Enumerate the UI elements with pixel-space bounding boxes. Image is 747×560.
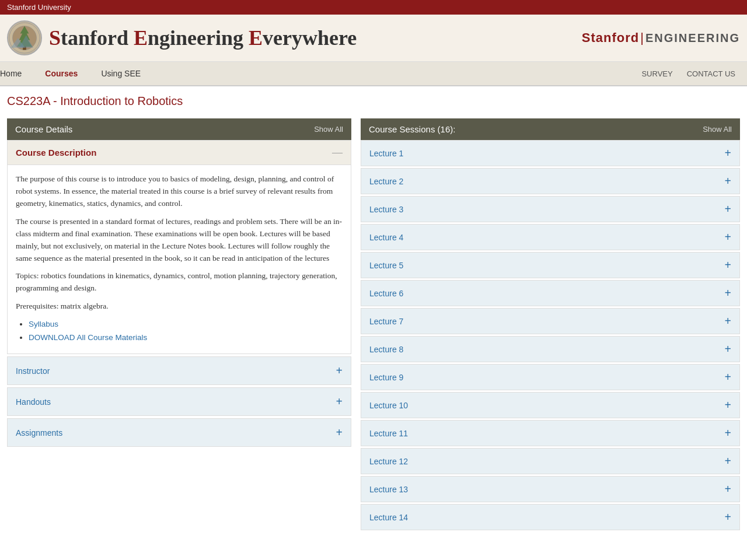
left-col: Course Details Show All Course Descripti… (7, 118, 351, 449)
two-col-layout: Course Details Show All Course Descripti… (7, 118, 740, 532)
lecture-3-expand-icon: + (725, 202, 731, 216)
nav-right: SURVEY CONTACT US (639, 62, 747, 85)
lecture-8-expand-icon: + (725, 342, 731, 356)
lecture-10-expand-icon: + (725, 398, 731, 412)
lecture-4-label: Lecture 4 (369, 233, 403, 242)
instructor-expand-icon: + (336, 364, 343, 377)
lecture-11-expand-icon: + (725, 426, 731, 440)
syllabus-link-item: Syllabus (29, 318, 343, 331)
lecture-6-label: Lecture 6 (369, 289, 403, 298)
header: Stanford Engineering Everywhere Stanford… (0, 15, 747, 62)
lecture-1-expand-icon: + (725, 146, 731, 160)
course-details-show-all[interactable]: Show All (314, 125, 343, 134)
lecture-13-expand-icon: + (725, 482, 731, 496)
nav-survey[interactable]: SURVEY (639, 62, 675, 85)
course-desc-links: Syllabus DOWNLOAD All Course Materials (16, 318, 343, 344)
course-desc-text3: Topics: robotics foundations in kinemati… (16, 270, 343, 295)
stanford-logo-text: Stanford (582, 30, 639, 45)
course-desc-text4: Prerequisites: matrix algebra. (16, 300, 343, 313)
download-link[interactable]: DOWNLOAD All Course Materials (29, 333, 147, 342)
lecture-9-expand-icon: + (725, 370, 731, 384)
lecture-4[interactable]: Lecture 4 + (361, 224, 740, 250)
download-link-item: DOWNLOAD All Course Materials (29, 332, 343, 344)
lecture-14-label: Lecture 14 (369, 513, 408, 522)
lecture-3-label: Lecture 3 (369, 205, 403, 214)
nav: Home Courses Using SEE SURVEY CONTACT US (0, 62, 747, 86)
lecture-14[interactable]: Lecture 14 + (361, 504, 740, 530)
course-desc-header[interactable]: Course Description — (8, 141, 351, 165)
logo (7, 20, 42, 55)
lecture-10[interactable]: Lecture 10 + (361, 392, 740, 418)
lecture-8-label: Lecture 8 (369, 345, 403, 354)
lecture-7[interactable]: Lecture 7 + (361, 308, 740, 334)
lecture-12[interactable]: Lecture 12 + (361, 448, 740, 474)
lecture-9[interactable]: Lecture 9 + (361, 364, 740, 390)
syllabus-link[interactable]: Syllabus (29, 320, 58, 328)
handouts-accordion[interactable]: Handouts + (7, 387, 351, 416)
lecture-9-label: Lecture 9 (369, 373, 403, 382)
stanford-engineering-logo: Stanford|ENGINEERING (582, 30, 740, 46)
content: CS223A - Introduction to Robotics Course… (0, 86, 747, 540)
page-title: CS223A - Introduction to Robotics (7, 94, 740, 108)
lecture-1[interactable]: Lecture 1 + (361, 140, 740, 166)
lecture-7-label: Lecture 7 (369, 317, 403, 326)
lecture-13-label: Lecture 13 (369, 485, 408, 494)
lecture-12-expand-icon: + (725, 454, 731, 468)
handouts-expand-icon: + (336, 395, 343, 408)
assignments-label: Assignments (16, 428, 62, 438)
lecture-4-expand-icon: + (725, 230, 731, 244)
nav-courses[interactable]: Courses (33, 62, 89, 85)
lecture-11-label: Lecture 11 (369, 429, 408, 438)
lecture-14-expand-icon: + (725, 510, 731, 524)
nav-home[interactable]: Home (0, 62, 33, 85)
lecture-5-label: Lecture 5 (369, 261, 403, 270)
lecture-13[interactable]: Lecture 13 + (361, 476, 740, 502)
course-desc-text2: The course is presented in a standard fo… (16, 216, 343, 265)
nav-contact-us[interactable]: CONTACT US (685, 62, 738, 85)
lecture-12-label: Lecture 12 (369, 457, 408, 466)
instructor-accordion[interactable]: Instructor + (7, 356, 351, 385)
lecture-6-expand-icon: + (725, 286, 731, 300)
course-sessions-header: Course Sessions (16): Show All (361, 118, 740, 140)
nav-left: Home Courses Using SEE (0, 62, 152, 85)
assignments-expand-icon: + (336, 426, 343, 439)
course-sessions-show-all[interactable]: Show All (703, 125, 732, 134)
handouts-label: Handouts (16, 397, 51, 407)
top-bar: Stanford University (0, 0, 747, 15)
header-left: Stanford Engineering Everywhere (7, 20, 357, 55)
lecture-7-expand-icon: + (725, 314, 731, 328)
nav-using-see[interactable]: Using SEE (89, 62, 152, 85)
course-details-title: Course Details (15, 124, 72, 134)
university-name: Stanford University (7, 3, 71, 12)
lecture-10-label: Lecture 10 (369, 401, 408, 410)
lecture-2-label: Lecture 2 (369, 177, 403, 186)
lecture-5[interactable]: Lecture 5 + (361, 252, 740, 278)
course-desc-section: Course Description — The purpose of this… (7, 140, 351, 354)
course-details-header: Course Details Show All (7, 118, 351, 140)
lecture-8[interactable]: Lecture 8 + (361, 336, 740, 362)
course-desc-text1: The purpose of this course is to introdu… (16, 173, 343, 210)
lecture-3[interactable]: Lecture 3 + (361, 196, 740, 222)
lecture-11[interactable]: Lecture 11 + (361, 420, 740, 446)
collapse-icon[interactable]: — (332, 146, 343, 159)
course-desc-title: Course Description (16, 148, 96, 158)
site-title: Stanford Engineering Everywhere (49, 26, 357, 50)
course-desc-body: The purpose of this course is to introdu… (8, 165, 351, 354)
lecture-2[interactable]: Lecture 2 + (361, 168, 740, 194)
course-sessions-title: Course Sessions (16): (369, 124, 455, 134)
right-col: Course Sessions (16): Show All Lecture 1… (361, 118, 740, 532)
instructor-label: Instructor (16, 366, 50, 376)
lecture-5-expand-icon: + (725, 258, 731, 272)
engineering-logo-text: ENGINEERING (645, 32, 740, 44)
lecture-2-expand-icon: + (725, 174, 731, 188)
lecture-6[interactable]: Lecture 6 + (361, 280, 740, 306)
assignments-accordion[interactable]: Assignments + (7, 418, 351, 447)
lecture-1-label: Lecture 1 (369, 149, 403, 158)
